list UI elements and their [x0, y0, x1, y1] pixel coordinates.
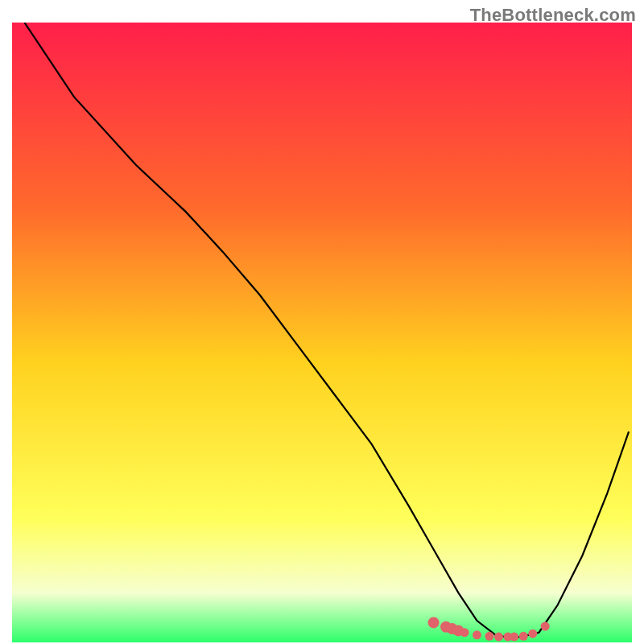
- marker-dot: [428, 617, 440, 628]
- marker-dot: [510, 633, 518, 642]
- chart-container: TheBottleneck.com: [0, 0, 644, 644]
- marker-dot: [541, 622, 550, 631]
- marker-dot: [528, 630, 537, 638]
- gradient-background: [12, 23, 632, 642]
- marker-dot: [460, 628, 469, 637]
- plot-area: [12, 23, 632, 642]
- marker-dot: [473, 630, 481, 639]
- marker-dot: [519, 632, 528, 641]
- marker-dot: [485, 632, 493, 641]
- chart-svg: [12, 23, 632, 642]
- marker-dot: [494, 633, 503, 642]
